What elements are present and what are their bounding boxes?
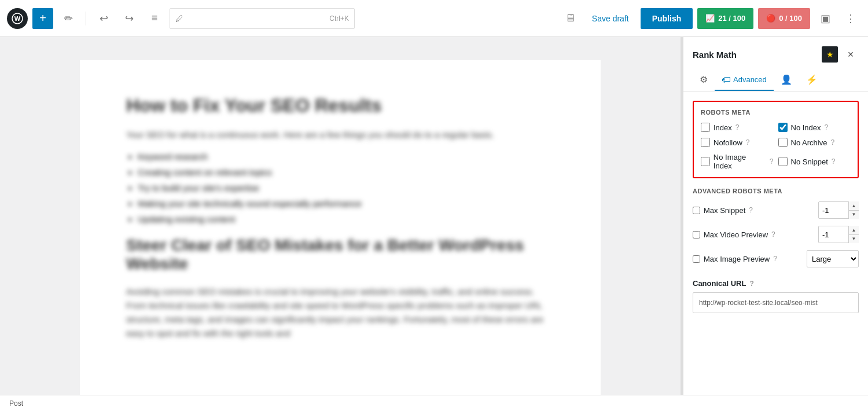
sidebar-icon: ▣ bbox=[821, 12, 830, 25]
options-button[interactable]: ⋮ bbox=[840, 8, 861, 29]
max-snippet-row: Max Snippet ? -1 ▲ ▼ bbox=[693, 201, 859, 219]
max-video-checkbox[interactable] bbox=[693, 231, 700, 238]
advanced-robots-label: ADVANCED ROBOTS META bbox=[693, 188, 859, 195]
noimageindex-help-icon[interactable]: ? bbox=[770, 157, 774, 166]
close-icon: × bbox=[848, 49, 854, 61]
spinner-down-button[interactable]: ▼ bbox=[849, 211, 859, 219]
tab-extra[interactable]: ⚡ bbox=[799, 69, 825, 91]
rank-math-panel: Rank Math ★ × ⚙ 🏷 Advanced 👤 bbox=[683, 37, 868, 395]
noindex-label: No Index bbox=[791, 123, 821, 132]
section-paragraph: Avoiding common SEO mistakes is crucial … bbox=[126, 285, 554, 340]
wp-logo: W bbox=[7, 8, 28, 29]
checkbox-nofollow: Nofollow ? bbox=[701, 138, 774, 147]
robots-meta-label: ROBOTS META bbox=[701, 109, 851, 116]
document-overview-button[interactable]: ≡ bbox=[144, 8, 165, 29]
tab-advanced-label: Advanced bbox=[733, 75, 767, 84]
noimageindex-checkbox[interactable] bbox=[701, 157, 710, 166]
editor-content[interactable]: How to Fix Your SEO Results Your SEO for… bbox=[80, 60, 601, 395]
close-panel-button[interactable]: × bbox=[843, 46, 859, 63]
readability-score-button[interactable]: 🔴 0 / 100 bbox=[758, 8, 810, 29]
readability-value: 0 / 100 bbox=[779, 14, 802, 23]
list-item: Try to build your site's expertise bbox=[138, 180, 554, 196]
svg-text:W: W bbox=[14, 15, 21, 22]
max-video-label: Max Video Preview bbox=[704, 230, 768, 239]
max-image-help-icon[interactable]: ? bbox=[773, 255, 777, 263]
panel-tabs: ⚙ 🏷 Advanced 👤 ⚡ bbox=[683, 63, 868, 91]
nosnippet-label: No Snippet bbox=[791, 157, 828, 166]
sidebar-toggle-button[interactable]: ▣ bbox=[815, 8, 836, 29]
max-video-preview-row: Max Video Preview ? -1 ▲ ▼ bbox=[693, 226, 859, 243]
max-image-checkbox[interactable] bbox=[693, 255, 700, 263]
index-label: Index bbox=[713, 123, 732, 132]
canonical-label-text: Canonical URL bbox=[693, 279, 746, 288]
undo-button[interactable]: ↩ bbox=[93, 8, 114, 29]
main-toolbar: W + ✏ ↩ ↪ ≡ 🖊 Ctrl+K 🖥 Save draft Publis… bbox=[0, 0, 868, 37]
video-spinner-down-button[interactable]: ▼ bbox=[849, 235, 859, 244]
search-input[interactable] bbox=[170, 8, 355, 29]
readability-icon: 🔴 bbox=[766, 14, 775, 23]
spinner-up-button[interactable]: ▲ bbox=[849, 201, 859, 211]
intro-paragraph: Your SEO for what is a continuous work. … bbox=[126, 128, 554, 142]
noarchive-label: No Archive bbox=[791, 138, 827, 147]
nofollow-help-icon[interactable]: ? bbox=[746, 138, 750, 146]
video-spinner-up-button[interactable]: ▲ bbox=[849, 226, 859, 235]
max-video-help-icon[interactable]: ? bbox=[771, 230, 775, 238]
save-draft-button[interactable]: Save draft bbox=[585, 14, 636, 23]
noimageindex-label: No Image Index bbox=[713, 153, 766, 170]
plus-icon: + bbox=[39, 12, 46, 25]
view-button[interactable]: 🖥 bbox=[560, 8, 580, 29]
checkbox-noimageindex: No Image Index ? bbox=[701, 153, 774, 170]
spinner-buttons: ▲ ▼ bbox=[848, 201, 859, 219]
list-item: Creating content on relevant topics bbox=[138, 164, 554, 180]
list-item: Keyword research bbox=[138, 149, 554, 164]
nosnippet-help-icon[interactable]: ? bbox=[832, 157, 836, 166]
checkbox-noindex: No Index ? bbox=[778, 123, 851, 132]
max-snippet-help-icon[interactable]: ? bbox=[749, 206, 753, 214]
max-image-select[interactable]: None Standard Large bbox=[807, 250, 859, 267]
status-bar: Post bbox=[0, 395, 868, 411]
max-snippet-label: Max Snippet bbox=[704, 206, 745, 215]
main-layout: How to Fix Your SEO Results Your SEO for… bbox=[0, 37, 868, 395]
content-list: Keyword research Creating content on rel… bbox=[126, 149, 554, 227]
tab-settings[interactable]: ⚙ bbox=[693, 69, 715, 91]
section-heading: Steer Clear of SEO Mistakes for a Better… bbox=[126, 236, 554, 273]
tag-icon: 🏷 bbox=[722, 75, 731, 85]
toolbar-divider bbox=[86, 12, 86, 25]
index-checkbox[interactable] bbox=[701, 123, 710, 132]
search-shortcut: Ctrl+K bbox=[329, 14, 349, 23]
noarchive-help-icon[interactable]: ? bbox=[830, 138, 834, 146]
editor-area: How to Fix Your SEO Results Your SEO for… bbox=[0, 37, 681, 395]
add-block-button[interactable]: + bbox=[32, 8, 53, 29]
star-button[interactable]: ★ bbox=[822, 46, 838, 63]
nosnippet-checkbox[interactable] bbox=[778, 157, 788, 166]
seo-score-icon: 📈 bbox=[705, 14, 715, 23]
advanced-robots-section: ADVANCED ROBOTS META Max Snippet ? -1 ▲ … bbox=[693, 188, 859, 267]
robots-meta-section: ROBOTS META Index ? No Index ? Nof bbox=[693, 101, 859, 178]
list-item: Making your site technically sound espec… bbox=[138, 196, 554, 211]
redo-button[interactable]: ↪ bbox=[119, 8, 139, 29]
lightning-icon: ⚡ bbox=[806, 74, 818, 85]
max-snippet-checkbox[interactable] bbox=[693, 207, 700, 214]
search-wrapper: 🖊 Ctrl+K bbox=[170, 8, 355, 29]
seo-score-button[interactable]: 📈 21 / 100 bbox=[697, 8, 753, 29]
index-help-icon[interactable]: ? bbox=[735, 123, 740, 131]
canonical-url-input[interactable] bbox=[693, 292, 859, 313]
max-image-label: Max Image Preview bbox=[704, 255, 770, 263]
noindex-help-icon[interactable]: ? bbox=[825, 123, 829, 131]
seo-score-value: 21 / 100 bbox=[718, 14, 745, 23]
panel-header-icons: ★ × bbox=[822, 46, 859, 63]
max-image-preview-row: Max Image Preview ? None Standard Large bbox=[693, 250, 859, 267]
noindex-checkbox[interactable] bbox=[778, 123, 788, 132]
max-image-label-wrap: Max Image Preview ? bbox=[693, 255, 777, 263]
canonical-help-icon[interactable]: ? bbox=[749, 280, 753, 288]
publish-button[interactable]: Publish bbox=[641, 8, 693, 29]
checkbox-index: Index ? bbox=[701, 123, 774, 132]
nofollow-label: Nofollow bbox=[713, 138, 742, 147]
edit-mode-button[interactable]: ✏ bbox=[58, 8, 79, 29]
max-snippet-spinner: -1 ▲ ▼ bbox=[818, 201, 859, 219]
tab-schema[interactable]: 👤 bbox=[774, 69, 799, 91]
tab-advanced[interactable]: 🏷 Advanced bbox=[715, 70, 774, 91]
panel-content: ROBOTS META Index ? No Index ? Nof bbox=[683, 91, 868, 395]
noarchive-checkbox[interactable] bbox=[778, 138, 788, 147]
nofollow-checkbox[interactable] bbox=[701, 138, 710, 147]
